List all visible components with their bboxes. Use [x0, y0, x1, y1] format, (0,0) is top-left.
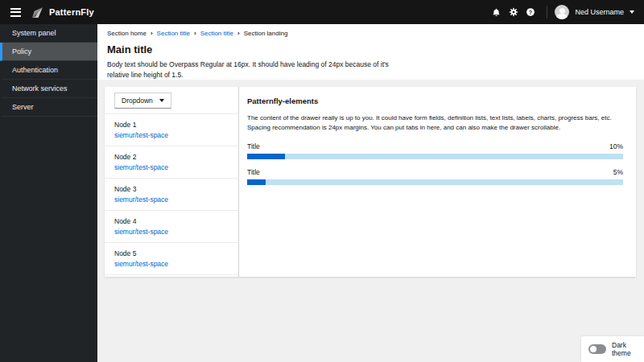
sidebar-item-network-services[interactable]: Network services	[0, 80, 97, 98]
node-link[interactable]: siemur/test-space	[114, 163, 229, 171]
progress-track	[247, 179, 623, 185]
toggle-knob	[590, 346, 597, 352]
nav-toggle-hamburger-icon[interactable]	[3, 0, 27, 24]
theme-toggle-card: Dark theme	[581, 336, 644, 362]
sidebar-item-server[interactable]: Server	[0, 98, 97, 117]
breadcrumb: Section home › Section title › Section t…	[107, 30, 634, 37]
node-link[interactable]: siemur/test-space	[114, 195, 229, 204]
list-item-node-5[interactable]: Node 5 siemur/test-space	[105, 243, 238, 275]
node-list-panel: Dropdown Node 1 siemur/test-space Node 2…	[105, 87, 239, 277]
patternfly-logo-icon	[31, 6, 44, 19]
brand[interactable]: PatternFly	[31, 6, 94, 19]
node-name: Node 3	[114, 185, 229, 193]
dropdown-label: Dropdown	[122, 97, 153, 105]
node-link[interactable]: siemur/test-space	[114, 131, 229, 139]
breadcrumb-item-home[interactable]: Section home	[107, 30, 147, 37]
progress-label: Title	[247, 168, 260, 176]
progress-bar-1: Title 10%	[247, 142, 623, 159]
notifications-bell-icon[interactable]	[488, 0, 505, 24]
settings-gear-icon[interactable]	[505, 0, 522, 24]
user-name: Ned Username	[575, 8, 624, 16]
main-content: Section home › Section title › Section t…	[97, 24, 644, 362]
page-header-section: Section home › Section title › Section t…	[97, 24, 644, 80]
theme-toggle-label: Dark theme	[612, 341, 644, 357]
user-menu[interactable]: Ned Username	[555, 5, 634, 19]
progress-value: 5%	[613, 168, 623, 176]
drawer-title: Patternfly-elements	[247, 97, 623, 105]
list-item-node-1[interactable]: Node 1 siemur/test-space	[105, 114, 238, 146]
masthead-divider	[547, 6, 547, 19]
page-body-text: Body text should be Overpass Regular at …	[107, 60, 395, 80]
progress-fill	[247, 154, 285, 159]
svg-text:?: ?	[529, 10, 532, 16]
list-item-node-4[interactable]: Node 4 siemur/test-space	[105, 211, 238, 243]
node-link[interactable]: siemur/test-space	[114, 260, 229, 268]
chevron-down-icon	[159, 99, 164, 102]
progress-fill	[247, 179, 266, 185]
content-card: Dropdown Node 1 siemur/test-space Node 2…	[105, 87, 636, 277]
masthead: PatternFly ?	[0, 0, 644, 24]
brand-name: PatternFly	[49, 7, 94, 17]
sidebar-item-system-panel[interactable]: System panel	[0, 24, 97, 43]
progress-value: 10%	[609, 142, 623, 150]
node-link[interactable]: siemur/test-space	[114, 228, 229, 236]
list-item-node-2[interactable]: Node 2 siemur/test-space	[105, 146, 238, 179]
progress-bar-2: Title 5%	[247, 168, 623, 185]
breadcrumb-separator-icon: ›	[151, 31, 153, 37]
progress-track	[247, 154, 623, 159]
node-name: Node 2	[114, 153, 229, 161]
dropdown-row: Dropdown	[105, 87, 238, 114]
page-title: Main title	[107, 43, 634, 56]
breadcrumb-item-section-title-1[interactable]: Section title	[157, 30, 190, 37]
dropdown-button[interactable]: Dropdown	[114, 93, 171, 109]
sidebar-item-policy[interactable]: Policy	[0, 43, 97, 61]
breadcrumb-item-current: Section landing	[244, 30, 288, 37]
node-name: Node 1	[114, 121, 229, 129]
drawer-body-text: The content of the drawer really is up t…	[247, 113, 623, 134]
progress-label: Title	[247, 142, 260, 150]
drawer-panel: Patternfly-elements The content of the d…	[239, 87, 636, 277]
list-item-node-3[interactable]: Node 3 siemur/test-space	[105, 179, 238, 211]
help-question-icon[interactable]: ?	[522, 0, 539, 24]
sidebar-nav: System panel Policy Authentication Netwo…	[0, 24, 97, 362]
breadcrumb-separator-icon: ›	[194, 31, 196, 37]
breadcrumb-separator-icon: ›	[237, 31, 240, 37]
sidebar-item-authentication[interactable]: Authentication	[0, 61, 97, 80]
dark-theme-toggle[interactable]	[588, 344, 606, 354]
node-name: Node 5	[114, 249, 229, 257]
node-name: Node 4	[114, 217, 229, 225]
chevron-down-icon	[630, 10, 634, 14]
avatar	[555, 5, 569, 19]
breadcrumb-item-section-title-2[interactable]: Section title	[200, 30, 233, 37]
